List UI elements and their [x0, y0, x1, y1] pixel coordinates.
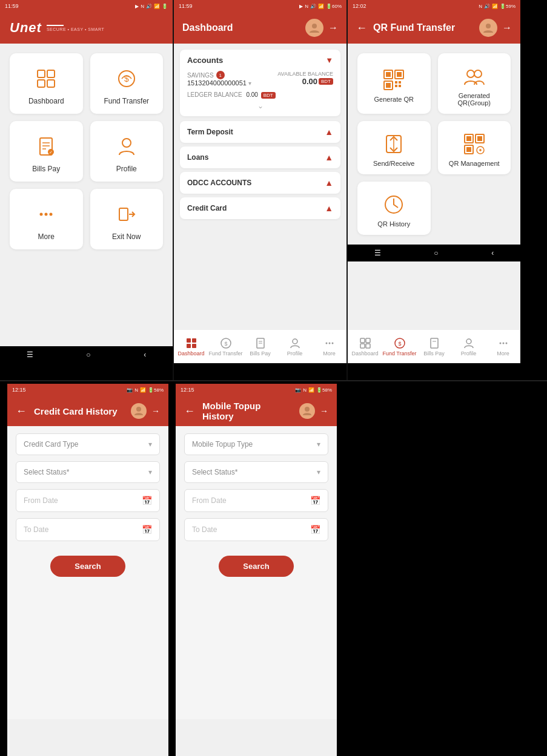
balance-section: AVAILABLE BALANCE 0.00 BDT — [277, 71, 333, 86]
svg-point-68 — [505, 342, 507, 344]
logo-tagline: SECURE • EASY • SMART — [47, 27, 104, 31]
sys-qr-back[interactable]: ‹ — [491, 249, 494, 257]
nav-dashboard[interactable]: Dashboard — [174, 330, 208, 363]
nav-qr-dashboard[interactable]: Dashboard — [348, 330, 382, 363]
nav-qr-bills[interactable]: Bills Pay — [417, 330, 451, 363]
cc-status-placeholder: Select Status* — [24, 468, 69, 476]
mt-from-date-input[interactable]: From Date 📅 — [184, 489, 328, 512]
mt-title: Mobile Topup History — [202, 401, 292, 421]
nav-profile-icon — [289, 337, 301, 349]
sys-qr-home[interactable]: ○ — [434, 249, 438, 257]
qr-title: QR Fund Transfer — [373, 22, 455, 33]
menu-bills-pay[interactable]: ✓ Bills Pay — [10, 121, 83, 182]
qr-back-button[interactable]: ← — [356, 22, 367, 35]
nav-back-icon[interactable]: ‹ — [144, 350, 146, 359]
qr-send-receive[interactable]: Send/Receive — [357, 121, 431, 174]
credit-card-section[interactable]: Credit Card ▲ — [180, 197, 340, 219]
menu-more[interactable]: More — [10, 189, 83, 249]
nav-more-icon — [323, 337, 336, 349]
qr-history[interactable]: QR History — [357, 182, 431, 235]
account-dropdown-icon[interactable]: ▾ — [248, 80, 251, 87]
mt-to-date-calendar-icon: 📅 — [310, 525, 320, 534]
nav-qr-more-label: More — [497, 350, 509, 357]
svg-rect-37 — [397, 72, 402, 77]
nav-qr-bills-icon — [428, 337, 440, 349]
nav-fund-transfer[interactable]: $ Fund Transfer — [208, 330, 243, 363]
menu-profile-label: Profile — [116, 165, 137, 173]
generated-qr-group-label: Generated QR(Group) — [444, 92, 505, 107]
mt-logout-icon[interactable]: → — [320, 406, 328, 416]
time-home: 11:59 — [5, 3, 19, 9]
svg-rect-21 — [187, 344, 191, 348]
svg-text:✓: ✓ — [49, 150, 53, 154]
mt-back-button[interactable]: ← — [184, 405, 195, 418]
cc-logout-icon[interactable]: → — [151, 406, 160, 416]
nav-qr-profile-label: Profile — [461, 350, 477, 357]
menu-fund-transfer[interactable]: $ Fund Transfer — [90, 53, 164, 114]
menu-exit-now[interactable]: Exit Now — [90, 189, 164, 249]
menu-more-label: More — [38, 232, 55, 241]
logout-icon[interactable]: → — [328, 22, 338, 33]
svg-rect-16 — [119, 208, 128, 220]
nav-menu-icon[interactable]: ☰ — [27, 350, 33, 359]
bottom-nav-dashboard: Dashboard $ Fund Transfer Bills Pay Prof… — [174, 329, 346, 363]
menu-profile[interactable]: Profile — [90, 121, 164, 182]
odcc-section[interactable]: ODCC ACCOUNTS ▲ — [180, 172, 340, 194]
cc-back-button[interactable]: ← — [16, 405, 27, 418]
cc-status-select[interactable]: Select Status* ▾ — [16, 461, 160, 483]
svg-rect-41 — [395, 85, 397, 87]
cc-from-date-input[interactable]: From Date 📅 — [16, 489, 160, 512]
mt-to-date-input[interactable]: To Date 📅 — [184, 518, 328, 541]
screen-cc-history: 12:15 📷N📶🔋58% ← Credit Card History → Cr… — [7, 384, 168, 756]
unet-logo: Unet SECURE • EASY • SMART — [10, 20, 104, 36]
nav-home-icon[interactable]: ○ — [86, 350, 90, 359]
qr-generated-group[interactable]: Generated QR(Group) — [438, 53, 511, 114]
nav-more[interactable]: More — [312, 330, 346, 363]
menu-dashboard[interactable]: Dashboard — [10, 53, 83, 114]
svg-rect-59 — [360, 344, 365, 348]
cc-from-date-calendar-icon: 📅 — [142, 496, 152, 505]
nav-qr-dashboard-icon — [359, 337, 371, 349]
expand-account-icon[interactable]: ⌄ — [187, 102, 333, 110]
svg-point-29 — [325, 342, 327, 344]
time-mt: 12:15 — [181, 387, 194, 393]
qr-avatar — [479, 19, 497, 37]
qr-history-label: QR History — [377, 220, 410, 228]
nav-profile[interactable]: Profile — [277, 330, 312, 363]
send-receive-icon — [382, 132, 406, 156]
svg-rect-20 — [192, 338, 196, 343]
term-deposit-section[interactable]: Term Deposit ▲ — [180, 121, 340, 143]
svg-rect-2 — [38, 80, 45, 87]
svg-rect-51 — [477, 136, 482, 141]
savings-label: SAVINGS 1 — [187, 71, 251, 79]
screen-dashboard: 11:59 ▶N🔊📶🔋60% Dashboard → Accounts ▼ — [174, 0, 346, 363]
nav-qr-more[interactable]: More — [486, 330, 520, 363]
cc-card-type-arrow: ▾ — [148, 440, 152, 449]
mt-topup-type-select[interactable]: Mobile Topup Type ▾ — [184, 433, 328, 455]
svg-point-14 — [45, 213, 48, 216]
odcc-collapse-icon: ▲ — [325, 178, 333, 188]
nav-qr-fund-transfer[interactable]: $ Fund Transfer — [382, 330, 417, 363]
term-deposit-label: Term Deposit — [187, 128, 233, 136]
nav-qr-profile[interactable]: Profile — [451, 330, 486, 363]
svg-point-12 — [122, 139, 131, 147]
svg-point-13 — [40, 213, 43, 216]
qr-generate[interactable]: Generate QR — [357, 53, 431, 114]
cc-to-date-input[interactable]: To Date 📅 — [16, 518, 160, 541]
loans-label: Loans — [187, 153, 208, 162]
qr-logout-icon[interactable]: → — [502, 22, 512, 33]
sys-qr-menu[interactable]: ☰ — [374, 249, 381, 257]
cc-search-button[interactable]: Search — [50, 556, 125, 577]
loans-section[interactable]: Loans ▲ — [180, 146, 340, 168]
svg-rect-60 — [366, 344, 370, 348]
mt-search-button[interactable]: Search — [219, 556, 293, 577]
bills-pay-icon: ✓ — [35, 136, 57, 157]
svg-rect-58 — [366, 338, 370, 343]
accounts-chevron[interactable]: ▼ — [325, 56, 333, 65]
cc-card-type-select[interactable]: Credit Card Type ▾ — [16, 433, 160, 455]
qr-management[interactable]: QR Management — [438, 121, 511, 174]
mt-status-select[interactable]: Select Status* ▾ — [184, 461, 328, 483]
nav-fund-transfer-icon: $ — [220, 337, 232, 349]
generate-qr-label: Generate QR — [374, 96, 414, 103]
nav-bills-pay[interactable]: Bills Pay — [243, 330, 277, 363]
